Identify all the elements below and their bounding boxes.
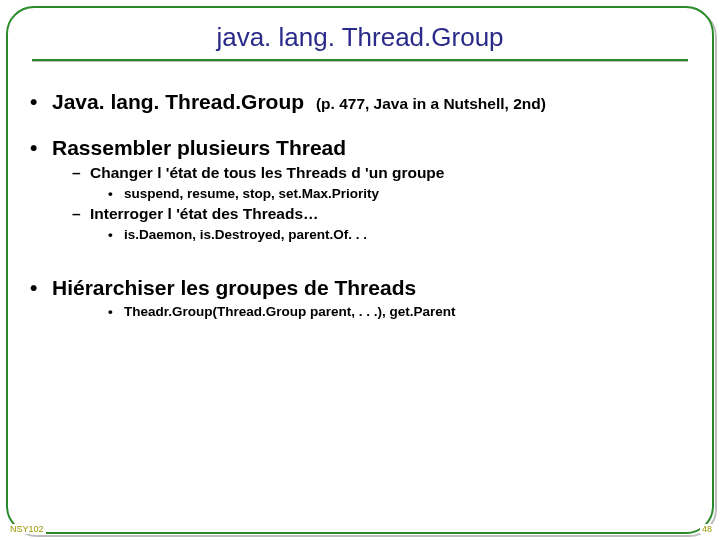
bullet-level1: • Rassembler plusieurs Thread [30, 136, 690, 160]
bullet-dot-icon: • [108, 227, 124, 242]
bullet-dot-icon: • [30, 90, 52, 114]
bullet-dot-icon: • [30, 136, 52, 160]
bullet-subtext: (p. 477, Java in a Nutshell, 2nd) [316, 95, 546, 112]
bullet-text: Java. lang. Thread.Group [52, 90, 304, 113]
bullet-level3: • is.Daemon, is.Destroyed, parent.Of. . … [108, 227, 690, 242]
bullet-text: Interroger l 'état des Threads… [90, 205, 319, 223]
bullet-level1: • Java. lang. Thread.Group (p. 477, Java… [30, 90, 690, 114]
bullet-text: Changer l 'état de tous les Threads d 'u… [90, 164, 444, 182]
bullet-level2: – Interroger l 'état des Threads… [72, 205, 690, 223]
bullet-level3: • suspend, resume, stop, set.Max.Priorit… [108, 186, 690, 201]
bullet-text: Rassembler plusieurs Thread [52, 136, 346, 160]
slide-frame: java. lang. Thread.Group • Java. lang. T… [6, 6, 714, 534]
footer-course-code: NSY102 [8, 524, 46, 534]
footer-page-number: 48 [700, 524, 714, 534]
bullet-dash-icon: – [72, 205, 90, 223]
bullet-dash-icon: – [72, 164, 90, 182]
bullet-level2: – Changer l 'état de tous les Threads d … [72, 164, 690, 182]
slide-title: java. lang. Thread.Group [8, 8, 712, 53]
bullet-dot-icon: • [30, 276, 52, 300]
bullet-text: Theadr.Group(Thread.Group parent, . . .)… [124, 304, 456, 319]
bullet-text: is.Daemon, is.Destroyed, parent.Of. . . [124, 227, 367, 242]
bullet-text: Hiérarchiser les groupes de Threads [52, 276, 416, 300]
bullet-text: suspend, resume, stop, set.Max.Priority [124, 186, 379, 201]
bullet-level1: • Hiérarchiser les groupes de Threads [30, 276, 690, 300]
bullet-level3: • Theadr.Group(Thread.Group parent, . . … [108, 304, 690, 319]
slide-content: • Java. lang. Thread.Group (p. 477, Java… [8, 62, 712, 319]
bullet-dot-icon: • [108, 304, 124, 319]
bullet-dot-icon: • [108, 186, 124, 201]
